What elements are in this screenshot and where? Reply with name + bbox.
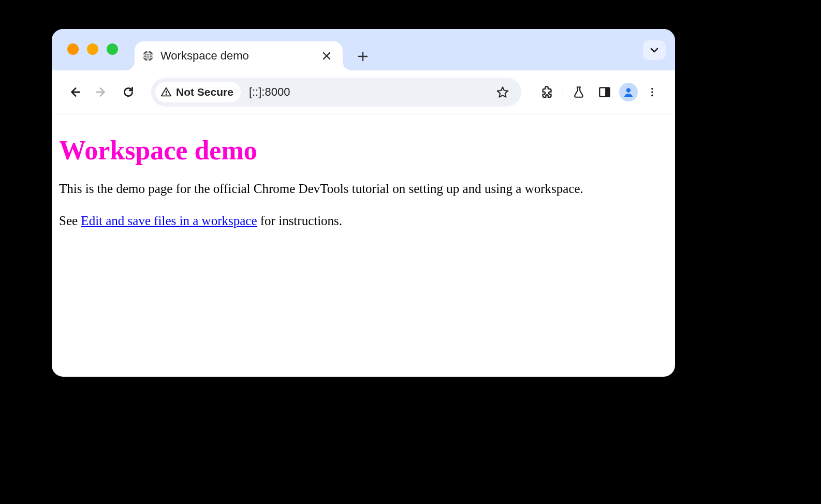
- tutorial-link[interactable]: Edit and save files in a workspace: [81, 214, 257, 228]
- tab-search-button[interactable]: [643, 40, 666, 60]
- page-content: Workspace demo This is the demo page for…: [52, 114, 675, 255]
- globe-icon: [142, 50, 154, 62]
- page-heading: Workspace demo: [59, 135, 668, 166]
- forward-button[interactable]: [90, 81, 113, 103]
- instructions-paragraph: See Edit and save files in a workspace f…: [59, 212, 668, 230]
- profile-button[interactable]: [619, 83, 638, 101]
- new-tab-button[interactable]: [354, 48, 372, 65]
- tab-title: Workspace demo: [160, 49, 314, 63]
- svg-point-6: [651, 88, 653, 90]
- browser-tab[interactable]: Workspace demo: [135, 41, 343, 70]
- back-button[interactable]: [63, 81, 86, 103]
- url-text: [::]:8000: [249, 85, 491, 99]
- security-label: Not Secure: [176, 86, 233, 98]
- tab-strip: Workspace demo: [52, 29, 675, 70]
- extensions-button[interactable]: [536, 81, 559, 103]
- toolbar: Not Secure [::]:8000: [52, 70, 675, 114]
- reload-button[interactable]: [117, 81, 140, 103]
- toolbar-right: [536, 81, 664, 103]
- svg-point-8: [651, 95, 653, 97]
- toolbar-divider: [563, 85, 563, 99]
- warning-icon: [160, 86, 172, 98]
- browser-window: Workspace demo Not Secure: [52, 29, 675, 377]
- window-close-button[interactable]: [67, 43, 79, 55]
- window-maximize-button[interactable]: [107, 43, 118, 55]
- security-chip[interactable]: Not Secure: [155, 82, 241, 102]
- svg-point-5: [626, 88, 631, 92]
- window-controls: [67, 43, 118, 55]
- tab-close-button[interactable]: [320, 49, 333, 63]
- labs-button[interactable]: [567, 81, 590, 103]
- svg-point-7: [651, 91, 653, 93]
- see-prefix: See: [59, 214, 81, 228]
- bookmark-button[interactable]: [493, 83, 512, 101]
- menu-button[interactable]: [641, 81, 664, 103]
- svg-point-2: [166, 94, 167, 95]
- intro-paragraph: This is the demo page for the official C…: [59, 180, 668, 198]
- side-panel-button[interactable]: [593, 81, 616, 103]
- see-suffix: for instructions.: [257, 214, 343, 228]
- window-minimize-button[interactable]: [87, 43, 98, 55]
- address-bar[interactable]: Not Secure [::]:8000: [151, 78, 521, 107]
- svg-rect-4: [605, 87, 610, 96]
